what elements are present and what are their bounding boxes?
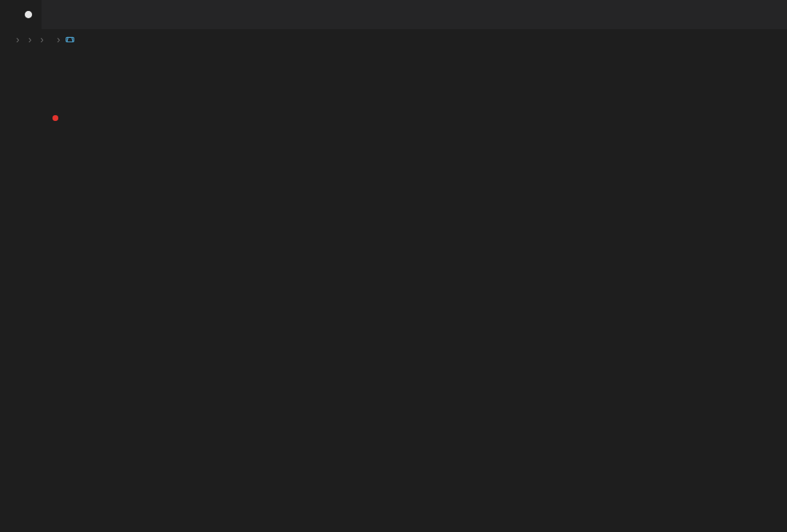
code-editor[interactable] xyxy=(0,50,787,532)
code-content[interactable] xyxy=(52,50,787,532)
chevron-right-icon: › xyxy=(40,34,44,45)
line-number-gutter xyxy=(0,50,52,532)
highlight-box xyxy=(52,115,58,121)
breadcrumb[interactable]: › › › › xyxy=(0,29,787,50)
chevron-right-icon: › xyxy=(28,34,32,45)
dirty-indicator-icon xyxy=(25,11,32,18)
chevron-right-icon: › xyxy=(57,34,60,45)
tab-pbkiller-js[interactable] xyxy=(0,0,42,29)
variable-icon xyxy=(65,34,75,44)
chevron-right-icon: › xyxy=(16,34,20,45)
tab-bar xyxy=(0,0,787,29)
